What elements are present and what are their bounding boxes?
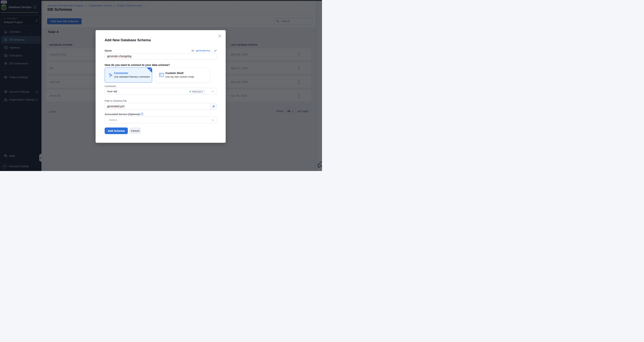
connection-question: How do you want to connect to your data … <box>105 63 170 66</box>
path-input[interactable]: generated.yml <box>105 103 216 110</box>
connector-card-title: Connector <box>114 71 128 75</box>
name-label: Name <box>105 49 112 52</box>
custom-shell-card-desc: Use my own custom script <box>165 75 194 78</box>
custom-shell-card[interactable]: Custom Shell Use my own custom script <box>156 67 210 83</box>
associated-service-placeholder: - Select - <box>107 118 118 121</box>
info-icon[interactable] <box>141 113 143 115</box>
id-value-link[interactable]: generatecha... <box>196 49 212 52</box>
cancel-button[interactable]: Cancel <box>129 127 141 134</box>
modal-actions: Add Schema Cancel <box>105 127 141 134</box>
path-label: Path to Schema File <box>105 99 127 102</box>
associated-service-label: Associated Service (Optional) <box>105 113 140 116</box>
connector-select[interactable]: mux-sql PROJECT <box>105 88 216 94</box>
custom-shell-card-title: Custom Shell <box>165 71 184 75</box>
connector-branch-icon <box>109 73 113 78</box>
pushpin-icon <box>212 105 215 108</box>
add-schema-modal: Add New Database Schema Name Id : genera… <box>96 30 226 143</box>
terminal-icon <box>159 73 164 77</box>
name-input-value: generate-changelog <box>107 55 132 58</box>
add-schema-button[interactable]: Add Schema <box>105 127 128 134</box>
edit-id-pencil-icon[interactable] <box>214 49 216 52</box>
connector-card[interactable]: Connector Use standard Harness connector <box>105 67 152 83</box>
associated-service-select[interactable]: - Select - <box>105 117 216 123</box>
connector-card-desc: Use standard Harness connector <box>114 75 150 78</box>
chevron-down-icon <box>212 119 214 121</box>
check-icon <box>149 68 152 70</box>
pin-button[interactable] <box>210 103 216 110</box>
id-prefix: Id : <box>192 49 195 52</box>
close-icon[interactable] <box>218 34 221 37</box>
path-input-value: generated.yml <box>107 105 124 108</box>
scope-chip: PROJECT <box>190 90 205 93</box>
modal-title: Add New Database Schema <box>105 38 151 42</box>
id-line: Id : generatecha... <box>192 49 212 52</box>
connector-label: Connector <box>105 85 116 88</box>
name-input[interactable]: generate-changelog <box>105 53 216 59</box>
connector-value: mux-sql <box>107 90 117 93</box>
chevron-down-icon <box>212 91 214 92</box>
connection-type-cards: Connector Use standard Harness connector… <box>105 67 210 83</box>
